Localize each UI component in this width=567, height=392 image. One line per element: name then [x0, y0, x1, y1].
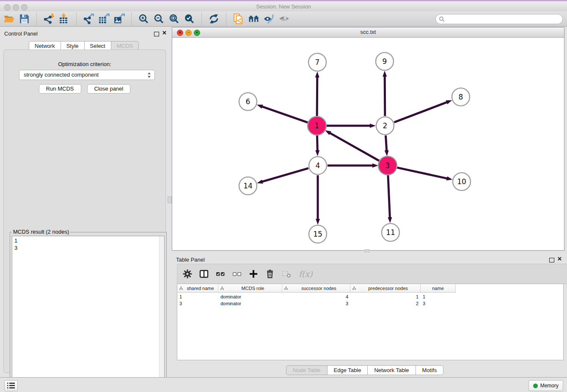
edge-2-3[interactable] [385, 135, 386, 151]
optimization-label: Optimization criterion: [4, 61, 165, 67]
node-table[interactable]: shared nameMCDS rolesuccessor nodesprede… [177, 284, 564, 360]
table-body: 1dominator4113dominator323 [177, 293, 563, 307]
table-row[interactable]: 1dominator411 [177, 293, 563, 300]
window-title: Session: New Session [0, 1, 567, 12]
import-table-icon[interactable] [58, 13, 70, 25]
search-input[interactable] [445, 15, 562, 23]
delete-column-icon[interactable] [265, 269, 275, 279]
table-cell: 1 [177, 293, 218, 300]
control-panel: Control Panel ✕ NetworkStyleSelectMCDS O… [0, 27, 172, 377]
node-label-14: 14 [243, 182, 253, 190]
sort-hierarchy-icon [352, 286, 356, 290]
export-image-icon[interactable] [113, 13, 125, 25]
toolbar-separator [201, 13, 202, 25]
sort-hierarchy-icon [284, 286, 288, 290]
edge-3-11[interactable] [388, 175, 390, 218]
search-icon [439, 16, 445, 22]
table-panel: Table Panel ✕ [172, 253, 567, 377]
vertical-splitter-grip[interactable] [168, 196, 172, 203]
result-scrollbar[interactable] [159, 236, 164, 392]
import-network-icon[interactable] [43, 13, 55, 25]
hide-details-icon[interactable] [263, 13, 275, 25]
close-icon[interactable]: ✕ [557, 257, 562, 261]
node-label-9: 9 [383, 57, 387, 66]
memory-button[interactable]: Memory [528, 380, 563, 391]
show-details-icon[interactable] [278, 13, 290, 25]
add-column-icon[interactable] [248, 269, 259, 279]
table-cell: 2 [350, 300, 421, 307]
tab-edge-table[interactable]: Edge Table [328, 365, 368, 375]
run-mcds-button[interactable]: Run MCDS [39, 84, 81, 94]
node-label-4: 4 [316, 161, 320, 170]
edge-4-14[interactable] [262, 168, 308, 182]
table-cell: dominator [218, 293, 282, 300]
edge-3-1[interactable] [330, 133, 379, 161]
column-label: successor nodes [289, 286, 348, 291]
float-icon[interactable] [549, 257, 554, 264]
clone-network-icon[interactable] [233, 13, 244, 25]
edge-1-6[interactable] [262, 107, 308, 123]
select-all-icon[interactable] [215, 269, 226, 279]
window-titlebar: Session: New Session [0, 0, 567, 11]
zoom-selected-icon[interactable] [184, 13, 195, 25]
column-header-successor-nodes[interactable]: successor nodes [282, 284, 350, 293]
tab-motifs[interactable]: Motifs [416, 365, 444, 375]
task-list-icon [7, 382, 15, 389]
mcds-result-area[interactable]: 1 3 [12, 236, 165, 392]
column-view-icon[interactable] [199, 269, 209, 279]
node-label-15: 15 [313, 230, 322, 238]
close-icon[interactable]: ✕ [162, 30, 167, 35]
column-header-name[interactable]: name [421, 284, 456, 293]
column-header-MCDS-role[interactable]: MCDS role [218, 284, 282, 293]
delete-table-icon [281, 269, 292, 279]
network-overview-icon[interactable] [248, 13, 259, 25]
save-session-icon[interactable] [19, 13, 30, 25]
network-window-titlebar[interactable]: ✕ − + scc.txt [172, 28, 564, 38]
table-header: shared nameMCDS rolesuccessor nodesprede… [177, 284, 456, 293]
float-icon[interactable] [154, 30, 159, 38]
network-canvas-area[interactable]: 1234678910111415 [172, 38, 564, 250]
table-cell: 4 [282, 293, 350, 300]
gear-icon[interactable] [182, 269, 193, 279]
network-canvas[interactable]: 1234678910111415 [172, 38, 564, 250]
zoom-fit-icon[interactable] [168, 13, 180, 25]
optimization-dropdown[interactable]: strongly connected component [19, 70, 155, 80]
export-table-icon[interactable] [98, 13, 110, 25]
toolbar-separator [131, 13, 132, 25]
status-bar: Memory [0, 377, 567, 392]
search-field[interactable] [435, 14, 563, 24]
table-cell: 3 [177, 300, 218, 307]
edge-2-8[interactable] [394, 102, 447, 122]
deselect-all-icon[interactable] [232, 269, 242, 279]
mcds-result-title: MCDS result (2 nodes) [12, 229, 70, 235]
node-label-7: 7 [315, 58, 320, 66]
table-row[interactable]: 3dominator323 [177, 300, 563, 307]
mcds-panel: Optimization criterion: strongly connect… [3, 50, 166, 373]
tab-network-table[interactable]: Network Table [368, 365, 416, 375]
refresh-icon[interactable] [208, 13, 220, 25]
zoom-out-icon[interactable] [153, 13, 165, 25]
node-label-2: 2 [383, 121, 388, 130]
export-network-icon[interactable] [83, 13, 94, 25]
column-label: predecessor nodes [358, 286, 418, 291]
sort-hierarchy-icon [220, 286, 224, 290]
zoom-in-icon[interactable] [138, 13, 149, 25]
mcds-result-text: 1 3 [14, 237, 17, 251]
column-label: shared name [184, 286, 216, 291]
open-session-icon[interactable] [3, 13, 15, 25]
edge-3-10[interactable] [397, 168, 447, 179]
column-header-predecessor-nodes[interactable]: predecessor nodes [350, 284, 421, 293]
edge-1-7[interactable] [317, 77, 317, 116]
table-cell: 3 [421, 300, 456, 307]
tab-node-table[interactable]: Node Table [286, 365, 328, 375]
node-label-1: 1 [315, 121, 319, 130]
node-label-11: 11 [386, 228, 395, 237]
column-label: name [422, 286, 454, 291]
task-history-button[interactable] [4, 380, 18, 391]
table-tabs: Node TableEdge TableNetwork TableMotifs [286, 365, 443, 375]
column-header-shared-name[interactable]: shared name [177, 284, 218, 293]
edge-1-4[interactable] [317, 135, 317, 151]
edge-2-9[interactable] [385, 76, 385, 116]
close-panel-button[interactable]: Close panel [87, 84, 131, 94]
node-label-8: 8 [459, 93, 463, 101]
